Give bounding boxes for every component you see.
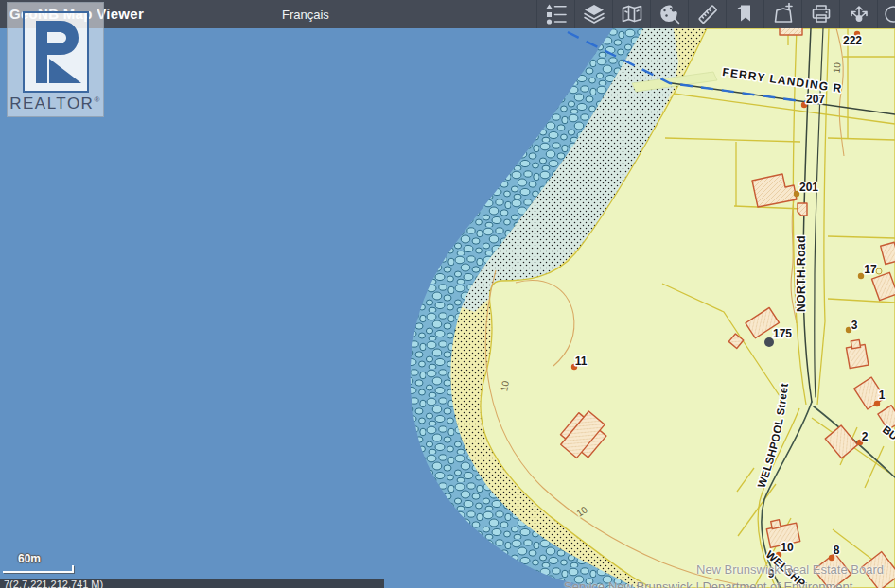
share-icon [848, 3, 870, 26]
attribution-line-1: New Brunswick Real Estate Board [696, 562, 884, 577]
realtor-watermark: REALTOR® [7, 2, 104, 117]
legend-button[interactable] [536, 0, 574, 28]
bookmarks-button[interactable] [726, 0, 763, 28]
measure-icon [696, 3, 719, 26]
civic-dot [858, 273, 864, 279]
app-header: GeoNB Map Viewer Français [0, 0, 895, 28]
map-toolbar [536, 0, 895, 28]
civic-number: 11 [575, 355, 588, 368]
realtor-wordmark: REALTOR® [8, 95, 103, 113]
circle-icon [878, 3, 895, 26]
legend-icon [545, 3, 568, 26]
bookmark-icon [734, 3, 757, 26]
map-canvas[interactable]: FERRY LANDING R NORTH Road WELSHPOOL Str… [0, 0, 895, 588]
basemap-button[interactable] [612, 0, 650, 28]
share-button[interactable] [839, 0, 877, 28]
draw-button[interactable] [650, 0, 688, 28]
building [798, 203, 807, 216]
realtor-block-r-logo [23, 11, 89, 93]
civic-number: 2 [862, 430, 869, 443]
civic-number: 201 [799, 181, 818, 194]
contour-label: 10 [832, 61, 843, 73]
print-button[interactable] [801, 0, 839, 28]
civic-number: 3 [851, 319, 858, 332]
civic-number: 222 [843, 34, 862, 47]
add-data-icon [772, 3, 795, 26]
measure-button[interactable] [688, 0, 726, 28]
draw-icon [658, 3, 681, 26]
civic-number: 175 [773, 327, 792, 340]
coordinate-readout: 7(2,7,221,212,741 M) [0, 579, 384, 588]
more-button[interactable] [877, 0, 895, 28]
geonb-map-viewer-window: FERRY LANDING R NORTH Road WELSHPOOL Str… [0, 0, 895, 588]
civic-number: 10 [781, 541, 794, 554]
layers-icon [583, 3, 605, 26]
scale-bar: 60m [3, 552, 74, 573]
coordinate-text: 7(2,7,221,212,741 M) [4, 579, 103, 588]
layers-button[interactable] [574, 0, 612, 28]
scale-bar-line [3, 565, 74, 573]
civic-number: 207 [806, 93, 825, 106]
scale-bar-label: 60m [18, 552, 74, 565]
language-toggle-link[interactable]: Français [282, 8, 329, 22]
print-icon [810, 3, 833, 26]
basemap-icon [621, 3, 643, 26]
attribution-line-2: Service New Brunswick | Department of En… [564, 579, 852, 588]
civic-number: 17 [864, 263, 877, 276]
add-data-button[interactable] [763, 0, 801, 28]
civic-number: 1 [879, 389, 886, 402]
street-label-north-road: NORTH Road [795, 235, 808, 312]
civic-number: 8 [834, 544, 840, 557]
